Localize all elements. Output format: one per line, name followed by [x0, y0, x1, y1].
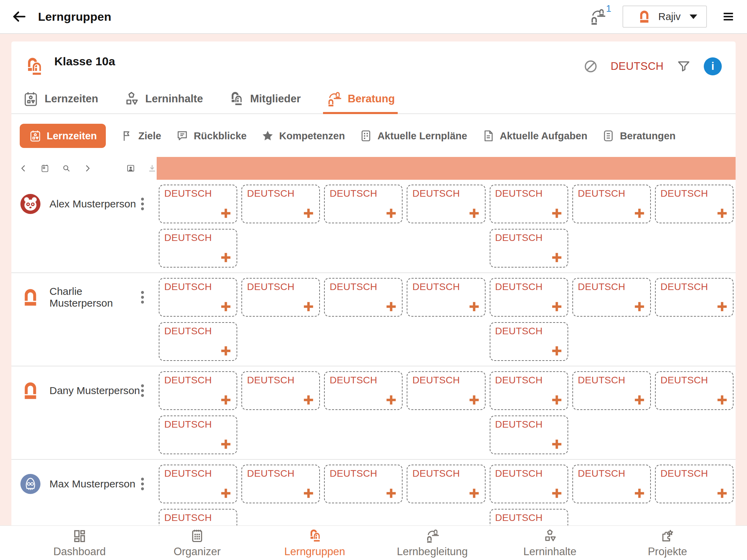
sub-tab[interactable]: Kompetenzen — [261, 129, 345, 142]
sub-tab-icon — [176, 129, 189, 142]
slot-subject-label: DEUTSCH — [164, 468, 212, 479]
learning-time-slot[interactable]: DEUTSCH — [241, 465, 320, 503]
download-icon[interactable] — [148, 162, 157, 175]
slot-subject-label: DEUTSCH — [495, 188, 543, 199]
learning-time-slot[interactable]: DEUTSCH — [324, 278, 403, 317]
back-arrow-icon[interactable] — [11, 9, 27, 25]
schedule-toolbar — [11, 157, 157, 180]
mentoring-notifications-button[interactable]: 1 — [589, 8, 609, 26]
learning-time-slot[interactable]: DEUTSCH — [655, 185, 734, 223]
contact-view-icon[interactable] — [126, 162, 135, 175]
nav-item-organizer[interactable]: Organizer — [152, 528, 242, 558]
nav-item-lerngruppen[interactable]: Lerngruppen — [270, 528, 360, 558]
next-week-icon[interactable] — [83, 162, 92, 175]
top-bar: Lerngruppen 1 Rajiv — [0, 0, 747, 33]
group-icon — [23, 56, 45, 77]
add-icon — [550, 251, 563, 264]
sub-tab[interactable]: Aktuelle Lernpläne — [359, 129, 467, 142]
user-menu-button[interactable]: Rajiv — [622, 6, 707, 28]
tab-label: Lernzeiten — [45, 93, 98, 105]
learning-time-slot[interactable]: DEUTSCH — [407, 185, 485, 223]
slot-subject-label: DEUTSCH — [247, 468, 294, 479]
learning-time-slot[interactable]: DEUTSCH — [490, 185, 568, 223]
slot-subject-label: DEUTSCH — [495, 281, 543, 292]
learning-time-slot[interactable]: DEUTSCH — [407, 465, 485, 503]
learning-time-slot[interactable]: DEUTSCH — [490, 278, 568, 317]
learning-time-slot[interactable]: DEUTSCH — [324, 185, 403, 223]
tab-label: Mitglieder — [250, 93, 301, 105]
learning-time-slot[interactable]: DEUTSCH — [490, 371, 568, 410]
learning-time-slot[interactable]: DEUTSCH — [655, 465, 734, 503]
tab-mitglieder[interactable]: Mitglieder — [225, 86, 303, 113]
learning-time-slot[interactable]: DEUTSCH — [159, 322, 237, 361]
sub-tab-icon — [482, 129, 495, 142]
info-button[interactable]: i — [704, 57, 722, 75]
learning-time-slot[interactable]: DEUTSCH — [241, 278, 320, 317]
add-icon — [468, 487, 481, 500]
slot-subject-label: DEUTSCH — [330, 188, 377, 199]
prev-week-icon[interactable] — [19, 162, 28, 175]
learning-time-slot[interactable]: DEUTSCH — [572, 278, 651, 317]
kebab-menu-icon[interactable] — [140, 383, 145, 398]
learning-time-slot[interactable]: DEUTSCH — [490, 416, 568, 454]
person-icon — [637, 9, 652, 24]
learning-time-slot[interactable]: DEUTSCH — [655, 371, 734, 410]
nav-item-lernbegleitung[interactable]: Lernbegleitung — [387, 528, 477, 558]
nav-item-lerninhalte[interactable]: Lerninhalte — [505, 528, 595, 558]
learning-time-slot[interactable]: DEUTSCH — [324, 371, 403, 410]
learning-time-slot[interactable]: DEUTSCH — [159, 465, 237, 503]
group-card: Klasse 10a DEUTSCH i Lernzeiten Lerninha… — [11, 41, 736, 560]
sub-tab[interactable]: Lernzeiten — [20, 124, 106, 148]
nav-icon — [307, 528, 322, 543]
clear-filter-icon[interactable] — [583, 59, 598, 74]
filter-icon[interactable] — [676, 59, 691, 74]
nav-label: Organizer — [174, 545, 221, 558]
slot-subject-label: DEUTSCH — [164, 326, 212, 337]
sub-tab[interactable]: Ziele — [120, 129, 161, 142]
day-column: DEUTSCH — [322, 371, 405, 454]
learning-time-slot[interactable]: DEUTSCH — [241, 371, 320, 410]
learning-time-slot[interactable]: DEUTSCH — [572, 371, 651, 410]
learning-time-slot[interactable]: DEUTSCH — [159, 371, 237, 410]
nav-item-projekte[interactable]: Projekte — [622, 528, 712, 558]
learning-time-slot[interactable]: DEUTSCH — [572, 185, 651, 223]
kebab-menu-icon[interactable] — [140, 476, 145, 492]
add-icon — [219, 487, 232, 500]
learning-time-slot[interactable]: DEUTSCH — [490, 322, 568, 361]
avatar — [20, 194, 40, 214]
learning-time-slot[interactable]: DEUTSCH — [324, 465, 403, 503]
learning-time-slot[interactable]: DEUTSCH — [159, 416, 237, 454]
learning-time-slot[interactable]: DEUTSCH — [159, 278, 237, 317]
nav-icon — [660, 528, 675, 543]
learning-time-slot[interactable]: DEUTSCH — [572, 465, 651, 503]
student-row: Dany Musterperson DEUTSCH DEUTSCH DEUTSC… — [11, 366, 736, 460]
tab-beratung[interactable]: Beratung — [323, 86, 398, 113]
chevron-down-icon — [690, 15, 697, 19]
learning-time-slot[interactable]: DEUTSCH — [490, 229, 568, 268]
learning-time-slot[interactable]: DEUTSCH — [407, 371, 485, 410]
add-icon — [550, 300, 563, 313]
nav-item-dashboard[interactable]: Dashboard — [35, 528, 124, 558]
add-icon — [385, 300, 398, 313]
learning-time-slot[interactable]: DEUTSCH — [655, 278, 734, 317]
add-icon — [219, 300, 232, 313]
nav-label: Projekte — [648, 545, 687, 558]
search-icon[interactable] — [62, 162, 71, 175]
learning-time-slot[interactable]: DEUTSCH — [159, 185, 237, 223]
sub-tab[interactable]: Beratungen — [602, 129, 675, 142]
add-icon — [468, 393, 481, 407]
learning-time-slot[interactable]: DEUTSCH — [407, 278, 485, 317]
tab-icon — [228, 91, 245, 107]
hamburger-menu-icon[interactable] — [721, 10, 736, 23]
learning-time-slot[interactable]: DEUTSCH — [159, 229, 237, 268]
sub-tab[interactable]: Aktuelle Aufgaben — [482, 129, 588, 142]
tab-lernzeiten[interactable]: Lernzeiten — [20, 86, 101, 113]
calendar-icon[interactable] — [40, 162, 49, 175]
sub-tab-label: Aktuelle Lernpläne — [377, 130, 467, 142]
learning-time-slot[interactable]: DEUTSCH — [241, 185, 320, 223]
tab-lerninhalte[interactable]: Lerninhalte — [120, 86, 206, 113]
learning-time-slot[interactable]: DEUTSCH — [490, 465, 568, 503]
sub-tab[interactable]: Rückblicke — [176, 129, 247, 142]
kebab-menu-icon[interactable] — [140, 196, 145, 212]
kebab-menu-icon[interactable] — [140, 290, 145, 305]
